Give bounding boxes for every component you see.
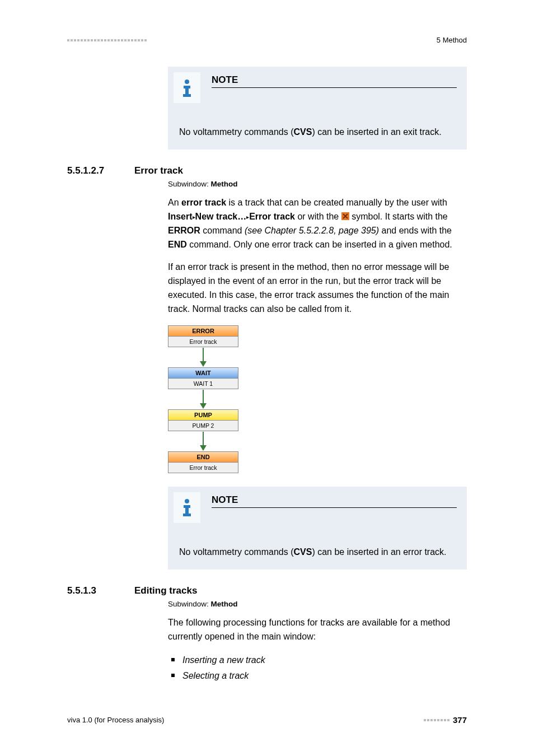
note1-post: ) can be inserted in an exit track. bbox=[312, 127, 441, 137]
fc-node-header: PUMP bbox=[168, 410, 238, 421]
note-box-1: NOTE No voltammetry commands (CVS) can b… bbox=[168, 67, 467, 150]
subwindow-label: Subwindow: bbox=[168, 600, 211, 608]
note-body-2: No voltammetry commands (CVS) can be ins… bbox=[168, 523, 467, 558]
fc-node-end: END Error track bbox=[168, 451, 238, 473]
note-body-1: No voltammetry commands (CVS) can be ins… bbox=[168, 103, 467, 138]
bullet-list: Inserting a new track Selecting a track bbox=[168, 652, 467, 683]
fc-node-sub: Error track bbox=[168, 463, 238, 473]
svg-rect-14 bbox=[183, 514, 191, 516]
fc-node-sub: PUMP 2 bbox=[168, 421, 238, 431]
note-title: NOTE bbox=[212, 74, 457, 88]
section-title: Error track bbox=[134, 165, 183, 176]
section-number: 5.5.1.3 bbox=[67, 585, 134, 596]
svg-point-0 bbox=[185, 80, 189, 84]
fc-node-pump: PUMP PUMP 2 bbox=[168, 409, 238, 431]
note1-bold: CVS bbox=[294, 127, 312, 137]
note-title: NOTE bbox=[212, 494, 457, 508]
svg-marker-6 bbox=[200, 361, 207, 367]
fc-node-wait: WAIT WAIT 1 bbox=[168, 367, 238, 389]
bullet-icon bbox=[171, 658, 175, 661]
svg-marker-8 bbox=[200, 403, 207, 409]
subwindow-value: Method bbox=[211, 600, 238, 608]
page-footer: viva 1.0 (for Process analysis) 377 bbox=[67, 715, 467, 725]
fc-node-header: END bbox=[168, 452, 238, 463]
note1-pre: No voltammetry commands ( bbox=[179, 127, 294, 137]
list-item: Inserting a new track bbox=[168, 652, 467, 668]
subwindow-line-1: Subwindow: Method bbox=[168, 180, 467, 188]
note-box-2: NOTE No voltammetry commands (CVS) can b… bbox=[168, 487, 467, 570]
fc-node-sub: Error track bbox=[168, 337, 238, 347]
svg-rect-13 bbox=[185, 505, 189, 515]
info-icon bbox=[174, 492, 200, 523]
list-text: Inserting a new track bbox=[182, 652, 265, 668]
svg-rect-3 bbox=[183, 94, 191, 97]
info-icon bbox=[174, 72, 200, 103]
list-text: Selecting a track bbox=[182, 668, 249, 683]
fc-node-sub: WAIT 1 bbox=[168, 379, 238, 389]
subwindow-label: Subwindow: bbox=[168, 180, 211, 188]
footer-right: 377 bbox=[424, 715, 467, 725]
page-number: 377 bbox=[453, 715, 467, 725]
svg-rect-2 bbox=[185, 86, 189, 95]
error-track-flowchart: ERROR Error track WAIT WAIT 1 PUMP PUMP … bbox=[168, 325, 467, 473]
paragraph-3: The following processing functions for t… bbox=[168, 616, 467, 644]
fc-node-header: ERROR bbox=[168, 326, 238, 337]
section-title: Editing tracks bbox=[134, 585, 197, 596]
footer-decoration bbox=[424, 719, 449, 721]
flow-arrow-icon bbox=[168, 347, 238, 367]
note2-bold: CVS bbox=[294, 547, 312, 557]
svg-point-11 bbox=[185, 499, 189, 503]
breadcrumb: 5 Method bbox=[437, 36, 467, 44]
section-heading-1: 5.5.1.2.7 Error track bbox=[67, 165, 467, 176]
error-track-icon bbox=[341, 211, 349, 218]
note2-post: ) can be inserted in an error track. bbox=[312, 547, 446, 557]
paragraph-2: If an error track is present in the meth… bbox=[168, 260, 467, 316]
note2-pre: No voltammetry commands ( bbox=[179, 547, 294, 557]
flow-arrow-icon bbox=[168, 389, 238, 409]
bullet-icon bbox=[171, 674, 175, 677]
fc-node-error: ERROR Error track bbox=[168, 325, 238, 347]
list-item: Selecting a track bbox=[168, 668, 467, 683]
fc-node-header: WAIT bbox=[168, 368, 238, 379]
flow-arrow-icon bbox=[168, 431, 238, 451]
svg-marker-10 bbox=[200, 445, 207, 451]
subwindow-line-2: Subwindow: Method bbox=[168, 600, 467, 608]
header-decoration bbox=[67, 39, 147, 41]
section-number: 5.5.1.2.7 bbox=[67, 165, 134, 176]
page-header: 5 Method bbox=[67, 36, 467, 44]
paragraph-1: An error track is a track that can be cr… bbox=[168, 196, 467, 251]
subwindow-value: Method bbox=[211, 180, 238, 188]
section-heading-2: 5.5.1.3 Editing tracks bbox=[67, 585, 467, 596]
footer-left: viva 1.0 (for Process analysis) bbox=[67, 716, 164, 724]
